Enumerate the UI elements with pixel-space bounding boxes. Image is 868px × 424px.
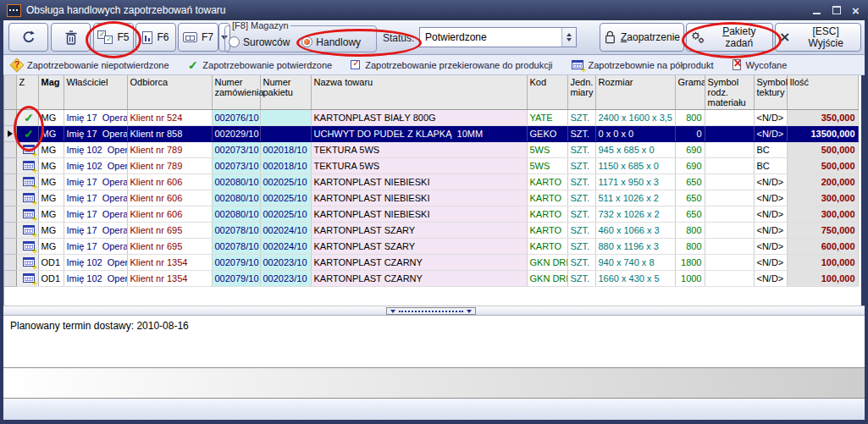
table-row[interactable]: +MGImię 17 OperatKlient nr 606002080/100… — [4, 190, 858, 206]
table-row[interactable]: +MGImię 17 OperatKlient nr 606002080/100… — [4, 206, 858, 223]
table-row[interactable]: +MGImię 17 OperatKlient nr 695002078/100… — [4, 223, 858, 239]
radio-selected-icon — [301, 36, 312, 47]
report-f6-button[interactable]: F6 — [135, 23, 176, 52]
col-header-odbiorca[interactable]: Odbiorca — [127, 75, 212, 110]
splitter-arrow-right-icon — [467, 310, 472, 313]
cell-qty: 500,000 — [787, 158, 858, 174]
cell-unit: SZT. — [567, 223, 595, 239]
maximize-button-icon[interactable] — [831, 5, 842, 16]
shopping-bag-icon — [604, 30, 616, 46]
status-combobox[interactable]: Potwierdzone — [419, 27, 577, 47]
row-selector-cell[interactable] — [4, 223, 16, 239]
row-selector-cell[interactable] — [4, 255, 16, 271]
cell-package_no — [260, 110, 311, 126]
row-selector-cell[interactable] — [4, 158, 16, 174]
cell-size: 940 x 740 x 8 — [595, 255, 675, 271]
cell-mag: MG — [38, 223, 64, 239]
col-header-mag[interactable]: Mag — [38, 75, 64, 110]
refresh-icon — [20, 29, 37, 46]
requisitions-table[interactable]: Z Mag Właściciel Odbiorca Numer zamówien… — [4, 75, 859, 287]
col-header-jedn-miary[interactable]: Jedn. miary — [567, 75, 595, 110]
document-chart-icon — [142, 31, 152, 44]
col-header-numer-pakietu[interactable]: Numer pakietu — [260, 75, 311, 110]
cell-mag: OD1 — [38, 255, 64, 271]
col-header-symbol-tektury[interactable]: Symbol tektury — [754, 75, 787, 110]
cell-grammage: 800 — [675, 223, 705, 239]
table-row[interactable]: +OD1Imię 102 OperaKlient nr 1354002079/1… — [4, 271, 858, 287]
table-row[interactable]: ✓MGImię 17 OperatKlient nr 524002076/10K… — [4, 110, 858, 126]
pakiety-zadan-button[interactable]: Pakiety zadań — [686, 23, 773, 52]
status-icon-cell: + — [16, 255, 38, 271]
table-row[interactable]: +MGImię 17 OperatKlient nr 695002078/100… — [4, 239, 858, 255]
status-icon-cell: ✓ — [16, 110, 38, 126]
cell-code: GKN DRI — [527, 271, 567, 287]
col-header-rozmiar[interactable]: Rozmiar — [595, 75, 675, 110]
current-row-arrow-icon — [8, 130, 13, 137]
col-header-ilosc[interactable]: Ilość — [787, 75, 858, 110]
cell-board_symbol: <N/D> — [754, 126, 787, 142]
table-row[interactable]: +MGImię 102 OperaKlient nr 789002073/100… — [4, 142, 858, 158]
table-row[interactable]: +OD1Imię 102 OperaKlient nr 1354002079/1… — [4, 255, 858, 271]
exit-button[interactable]: × [ESC] Wyjście — [775, 23, 861, 52]
zaopatrzenie-button[interactable]: Zaopatrzenie — [600, 23, 684, 52]
cell-order_no: 002073/10 — [212, 158, 260, 174]
legend-withdrawn-label: Wycofane — [746, 60, 788, 70]
cell-order_no: 002029/10 — [212, 126, 260, 142]
legend-unconfirmed-label: Zapotrzebowanie niepotwierdzone — [27, 60, 169, 70]
radio-surowcow[interactable]: Surowców — [229, 36, 290, 48]
cell-board_symbol: <N/D> — [754, 190, 787, 206]
table-row[interactable]: +MGImię 102 OperaKlient nr 789002073/100… — [4, 158, 858, 174]
gears-icon — [690, 30, 705, 45]
cell-unit: SZT. — [567, 174, 595, 190]
col-header-nazwa-towaru[interactable]: Nazwa towaru — [311, 75, 527, 110]
legend-redirected-label: Zapotrzebowanie przekierowane do produkc… — [365, 60, 552, 70]
cell-code: KARTO — [527, 190, 567, 206]
col-header-kod[interactable]: Kod — [527, 75, 567, 110]
row-selector-cell[interactable] — [4, 239, 16, 255]
cell-grammage: 1000 — [675, 271, 705, 287]
row-selector-cell[interactable] — [4, 206, 16, 223]
col-header-gramatura[interactable]: Gramatura — [675, 75, 705, 110]
cell-code: KARTO — [527, 206, 567, 223]
delete-button[interactable] — [51, 23, 91, 52]
cell-recipient: Klient nr 606 — [127, 206, 212, 223]
card-f7-button[interactable]: F7 — [178, 23, 218, 52]
requisition-rows: ✓MGImię 17 OperatKlient nr 524002076/10K… — [4, 110, 858, 287]
table-row[interactable]: ✓MGImię 17 OperatKlient nr 858002029/10U… — [4, 126, 858, 142]
row-selector-cell[interactable] — [4, 126, 16, 142]
cell-qty: 350,000 — [787, 110, 858, 126]
cell-code: KARTO — [527, 239, 567, 255]
splitter-handle[interactable] — [386, 307, 476, 315]
row-selector-cell[interactable] — [4, 174, 16, 190]
cell-unit: SZT. — [567, 158, 595, 174]
cell-package_no: 002024/10 — [260, 239, 311, 255]
cell-mag: MG — [38, 110, 64, 126]
cell-package_no: 002018/10 — [260, 142, 311, 158]
cell-material_symbol — [705, 110, 754, 126]
table-row[interactable]: +MGImię 17 OperatKlient nr 606002080/100… — [4, 174, 858, 190]
cell-recipient: Klient nr 695 — [127, 223, 212, 239]
cell-size: 0 x 0 x 0 — [595, 126, 675, 142]
cell-size: 945 x 685 x 0 — [595, 142, 675, 158]
row-selector-cell[interactable] — [4, 190, 16, 206]
cell-board_symbol: <N/D> — [754, 223, 787, 239]
radio-handlowy[interactable]: Handlowy — [301, 36, 361, 48]
status-icon-cell: + — [16, 142, 38, 158]
minimize-button-icon[interactable] — [811, 5, 822, 16]
close-button-icon[interactable]: × — [850, 5, 861, 16]
row-selector-cell[interactable] — [4, 110, 16, 126]
cell-owner: Imię 102 Opera — [64, 142, 127, 158]
row-selector-cell[interactable] — [4, 271, 16, 287]
col-header-symbol-rodz[interactable]: Symbol rodz. materiału — [705, 75, 754, 110]
cell-grammage: 690 — [675, 142, 705, 158]
col-header-z[interactable]: Z — [16, 75, 38, 110]
cell-size: 511 x 1026 x 2 — [595, 190, 675, 206]
confirm-f5-button[interactable]: ✓✓ F5 — [93, 23, 134, 52]
refresh-button[interactable] — [8, 23, 48, 52]
withdrawn-doc-icon — [733, 59, 741, 70]
col-header-numer-zamowienia[interactable]: Numer zamówienia — [212, 75, 260, 110]
col-header-wlasciciel[interactable]: Właściciel — [64, 75, 127, 110]
row-selector-cell[interactable] — [4, 142, 16, 158]
cell-order_no: 002078/10 — [212, 223, 260, 239]
status-spinner-icon[interactable] — [561, 28, 576, 47]
